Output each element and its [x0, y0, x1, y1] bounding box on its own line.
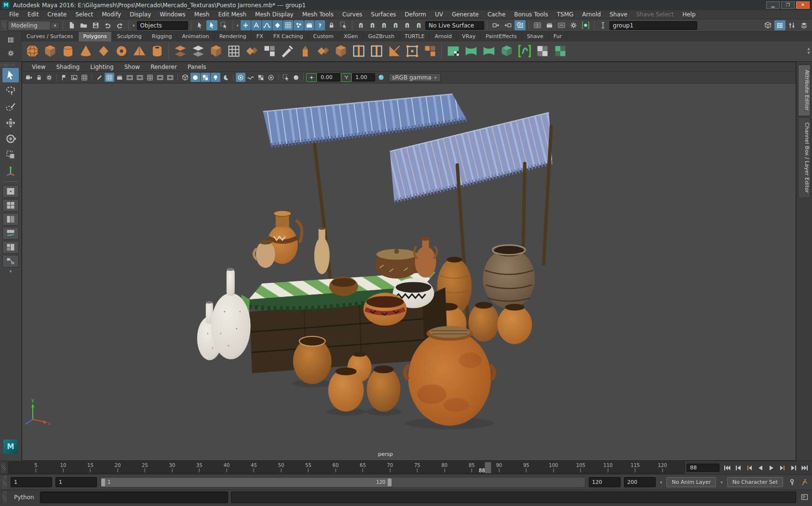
film-gate-icon[interactable] [115, 73, 124, 82]
uv-layout-icon[interactable] [534, 42, 551, 60]
selection-mask-field[interactable]: Objects [137, 21, 188, 30]
planar-mapping-icon[interactable] [445, 42, 461, 60]
arnold-renderview-icon[interactable] [580, 20, 591, 30]
mask-surfaces-icon[interactable] [272, 20, 283, 30]
single-pane-layout[interactable] [2, 185, 19, 198]
live-surface-field[interactable]: No Live Surface [425, 21, 484, 30]
clay-amphora[interactable] [414, 237, 437, 278]
screen-space-ao-icon[interactable] [236, 73, 245, 82]
go-to-end-button[interactable] [799, 463, 810, 473]
camera-attributes-icon[interactable] [44, 73, 54, 82]
shelf-scroll-down-icon[interactable]: ▼ [808, 52, 810, 55]
poly-sphere-icon[interactable] [24, 42, 41, 60]
view-transform-select[interactable]: sRGB gamma▾ [389, 73, 441, 82]
exposure-icon[interactable] [306, 73, 317, 82]
multisampling-icon[interactable] [256, 73, 266, 82]
shelf-tab-arnold[interactable]: Arnold [430, 32, 457, 41]
mask-rendering-icon[interactable] [304, 20, 314, 30]
tab-channel-box-layer-editor[interactable]: Channel Box / Layer Editor [798, 117, 811, 199]
blue-striped-canopy-front[interactable] [263, 94, 467, 146]
combine-icon[interactable] [172, 42, 189, 60]
brown-bowl[interactable] [329, 277, 358, 296]
shelf-tab-polygons[interactable]: Polygons [79, 32, 112, 41]
lights-icon[interactable] [211, 73, 220, 82]
poly-pyramid-icon[interactable] [131, 42, 148, 60]
layout-menu-arrow[interactable]: ▾ [9, 269, 13, 274]
separate-icon[interactable] [189, 42, 206, 60]
exposure-field[interactable]: 0.00 [317, 73, 340, 81]
snap-to-view-plane-icon[interactable] [402, 20, 413, 30]
character-set-button[interactable]: No Character Set [727, 477, 783, 487]
menu-select[interactable]: Select [71, 11, 97, 18]
outliner-persp-layout[interactable] [2, 213, 19, 226]
step-back-button[interactable] [744, 463, 755, 473]
animation-start-field[interactable]: 1 [11, 477, 52, 487]
last-tool-icon[interactable] [2, 163, 19, 178]
booleans-icon[interactable] [207, 42, 224, 60]
open-scene-icon[interactable] [78, 20, 89, 30]
play-backwards-button[interactable] [755, 463, 766, 473]
panel-menu-view[interactable]: View [27, 63, 50, 71]
select-component-icon[interactable] [218, 20, 230, 30]
white-speckled-bottles[interactable] [197, 268, 251, 360]
fill-hole-icon[interactable] [261, 42, 278, 60]
grip-handle[interactable] [2, 476, 7, 489]
poly-cone-icon[interactable] [77, 42, 94, 60]
hypershade-persp-layout[interactable] [2, 241, 19, 253]
playback-range-track[interactable]: 1 120 [100, 477, 585, 488]
mirror-icon[interactable] [243, 42, 260, 60]
anim-preferences-icon[interactable] [799, 477, 810, 487]
menu-edit-mesh[interactable]: Edit Mesh [214, 11, 251, 18]
shelf-tab-shave[interactable]: Shave [522, 32, 549, 41]
menu-create[interactable]: Create [43, 11, 71, 18]
shelf-tab-custom[interactable]: Custom [309, 32, 339, 41]
safe-action-icon[interactable] [155, 73, 165, 82]
output-connections-icon[interactable] [502, 20, 514, 30]
textured-icon[interactable] [201, 73, 210, 82]
menu-tsmg[interactable]: TSMG [553, 11, 578, 18]
edit-edge-flow-icon[interactable] [350, 42, 367, 60]
poly-plane-icon[interactable] [95, 42, 112, 60]
dark-etched-pot[interactable] [483, 245, 535, 309]
make-live-icon[interactable] [413, 20, 424, 30]
shelf-tab-fur[interactable]: Fur [549, 32, 567, 41]
menu-set-selector[interactable]: Modeling▾ [8, 21, 60, 30]
auto-keyframe-icon[interactable] [786, 477, 798, 487]
select-object-icon[interactable] [206, 20, 217, 30]
menu-mesh-display[interactable]: Mesh Display [251, 11, 298, 18]
anim-layer-button[interactable]: No Anim Layer [666, 477, 716, 487]
menu-cache[interactable]: Cache [483, 11, 510, 18]
smooth-icon[interactable] [225, 42, 242, 60]
gate-mask-icon[interactable] [135, 73, 145, 82]
tall-clay-bottle[interactable] [314, 227, 330, 274]
terracotta-bowl-red-band[interactable] [364, 293, 407, 326]
scale-tool[interactable] [2, 147, 19, 162]
render-view-icon[interactable] [532, 20, 543, 30]
grid-fill-icon[interactable] [421, 42, 438, 60]
extrude-icon[interactable] [297, 42, 313, 60]
menu-uv[interactable]: UV [431, 11, 447, 18]
undo-icon[interactable] [102, 20, 113, 30]
shelf-tab-vray[interactable]: VRay [457, 32, 481, 41]
shelf-tab-turtle[interactable]: TURTLE [400, 32, 430, 41]
modeling-toolkit-icon[interactable] [762, 20, 773, 30]
safe-title-icon[interactable] [165, 73, 175, 82]
gamma-field[interactable]: 1.00 [352, 73, 375, 81]
menu-bonus-tools[interactable]: Bonus Tools [510, 11, 552, 18]
automatic-mapping-icon[interactable] [498, 42, 515, 60]
shadows-icon[interactable] [221, 73, 230, 82]
paint-select-tool[interactable] [2, 100, 19, 114]
bevel-icon[interactable] [332, 42, 349, 60]
animation-end-field[interactable]: 200 [624, 477, 656, 487]
grease-pencil-icon[interactable] [95, 73, 104, 82]
range-end-handle[interactable] [388, 479, 392, 486]
clay-pots-right[interactable] [468, 302, 532, 344]
motion-blur-icon[interactable] [246, 73, 256, 82]
previous-key-button[interactable] [732, 463, 744, 473]
select-hierarchy-icon[interactable] [194, 20, 205, 30]
quad-draw-icon[interactable] [386, 42, 403, 60]
menu-display[interactable]: Display [125, 11, 155, 18]
insert-edge-loop-icon[interactable] [368, 42, 385, 60]
tool-settings-icon[interactable] [786, 20, 798, 30]
shelf-tab-curves-surfaces[interactable]: Curves / Surfaces [22, 32, 79, 41]
